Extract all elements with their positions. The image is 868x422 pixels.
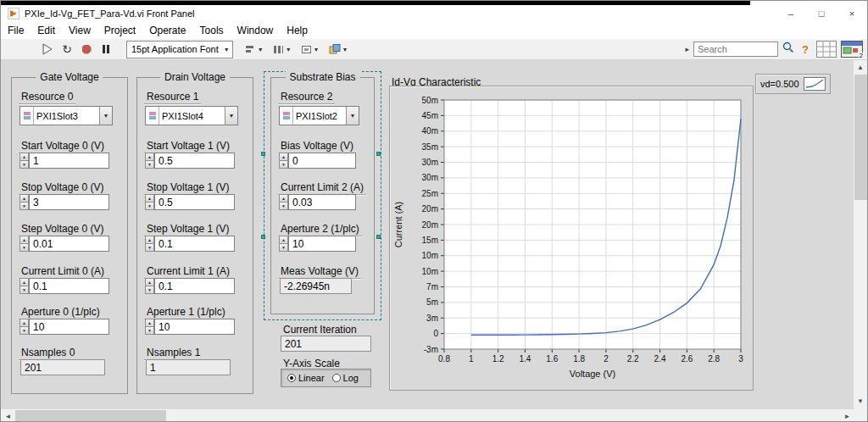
current-limit-1-a-control[interactable]: ▲▼0.1	[145, 278, 235, 294]
increment-button[interactable]: ▲	[19, 236, 29, 243]
font-selector[interactable]: 15pt Application Font ▼	[126, 41, 233, 58]
dropdown-button[interactable]: ▼	[225, 107, 237, 125]
connector-pane-icon[interactable]	[816, 41, 837, 58]
dropdown-button[interactable]: ▼	[99, 107, 112, 125]
menu-operate[interactable]: Operate	[142, 24, 192, 37]
close-button[interactable]: ×	[837, 5, 867, 22]
help-button[interactable]: ?	[798, 43, 812, 56]
numeric-value[interactable]: 10	[154, 319, 235, 335]
selection-handle[interactable]	[376, 235, 381, 239]
selection-handle[interactable]	[376, 152, 381, 156]
resource-1-combo[interactable]: PXI1Slot4▼	[145, 106, 238, 125]
increment-button[interactable]: ▲	[145, 153, 154, 160]
decrement-button[interactable]: ▼	[19, 326, 29, 335]
stop-voltage-0-v-control[interactable]: ▲▼3	[19, 194, 109, 210]
vertical-scroll-thumb[interactable]	[854, 75, 867, 200]
bias-voltage-v-control[interactable]: ▲▼0	[279, 153, 356, 169]
xy-graph[interactable]: -3m03m5m7m10m10m15m20m20m25m30m30m35m40m…	[389, 86, 754, 391]
spin-buttons[interactable]: ▲▼	[279, 194, 288, 210]
spin-buttons[interactable]: ▲▼	[145, 153, 154, 169]
spin-buttons[interactable]: ▲▼	[19, 194, 29, 210]
horizontal-scrollbar[interactable]: ◄ ►	[1, 408, 854, 422]
numeric-value[interactable]: 0.1	[154, 236, 235, 252]
radio-log[interactable]: Log	[332, 373, 359, 383]
selection-handle[interactable]	[261, 152, 265, 156]
vertical-scrollbar[interactable]: ▲ ▼	[853, 60, 867, 408]
numeric-value[interactable]: 10	[288, 236, 356, 252]
decrement-button[interactable]: ▼	[145, 160, 154, 169]
current-limit-2-a-control[interactable]: ▲▼0.03	[279, 194, 356, 210]
numeric-value[interactable]: 3	[29, 194, 109, 210]
stop-voltage-1-v-control[interactable]: ▲▼0.5	[145, 194, 235, 210]
resize-objects-dropdown[interactable]: ▼	[298, 40, 323, 58]
reorder-dropdown[interactable]: ▼	[326, 40, 352, 58]
aperture-2-1-plc-control[interactable]: ▲▼10	[279, 236, 356, 252]
increment-button[interactable]: ▲	[19, 194, 29, 202]
spin-buttons[interactable]: ▲▼	[19, 278, 29, 294]
scroll-right-arrow[interactable]: ►	[840, 409, 854, 422]
search-icon[interactable]	[782, 42, 794, 57]
resource-0-combo[interactable]: PXI1Slot3▼	[19, 106, 113, 125]
numeric-value[interactable]: 0.5	[154, 194, 235, 210]
numeric-value[interactable]: 0.1	[29, 278, 109, 294]
spin-buttons[interactable]: ▲▼	[279, 153, 288, 169]
aperture-0-1-plc-control[interactable]: ▲▼10	[19, 319, 109, 335]
start-voltage-0-v-control[interactable]: ▲▼1	[19, 153, 109, 169]
increment-button[interactable]: ▲	[145, 319, 154, 326]
spin-buttons[interactable]: ▲▼	[145, 278, 154, 294]
numeric-value[interactable]: 10	[29, 319, 109, 335]
numeric-value[interactable]: 1	[29, 153, 109, 169]
step-voltage-1-v-control[interactable]: ▲▼0.1	[145, 236, 235, 252]
plot-legend[interactable]: vd=0.500	[755, 74, 831, 94]
aperture-1-1-plc-control[interactable]: ▲▼10	[145, 319, 235, 335]
decrement-button[interactable]: ▼	[145, 243, 154, 252]
scroll-up-arrow[interactable]: ▲	[854, 60, 867, 75]
menu-tools[interactable]: Tools	[193, 24, 231, 37]
horizontal-scroll-thumb[interactable]	[15, 410, 166, 422]
radio-linear[interactable]: Linear	[287, 373, 325, 383]
dropdown-button[interactable]: ▼	[346, 107, 359, 125]
increment-button[interactable]: ▲	[279, 236, 288, 243]
menu-window[interactable]: Window	[231, 24, 281, 37]
run-continuously-button[interactable]: ↻	[58, 40, 76, 58]
scroll-left-arrow[interactable]: ◄	[1, 409, 15, 422]
decrement-button[interactable]: ▼	[279, 202, 288, 210]
spin-buttons[interactable]: ▲▼	[19, 153, 29, 169]
decrement-button[interactable]: ▼	[279, 243, 288, 252]
increment-button[interactable]: ▲	[145, 194, 154, 202]
decrement-button[interactable]: ▼	[145, 286, 154, 294]
selection-handle[interactable]	[261, 235, 265, 239]
spin-buttons[interactable]: ▲▼	[145, 236, 154, 252]
increment-button[interactable]: ▲	[19, 278, 29, 286]
increment-button[interactable]: ▲	[279, 194, 288, 202]
align-objects-dropdown[interactable]: ▼	[242, 40, 267, 58]
menu-file[interactable]: File	[1, 24, 31, 37]
spin-buttons[interactable]: ▲▼	[145, 319, 154, 335]
decrement-button[interactable]: ▼	[19, 286, 29, 294]
increment-button[interactable]: ▲	[19, 319, 29, 326]
numeric-value[interactable]: 0.1	[154, 278, 235, 294]
abort-button[interactable]	[77, 40, 96, 58]
resource-2-combo[interactable]: PXI1Slot2▼	[279, 106, 359, 125]
decrement-button[interactable]: ▼	[145, 202, 154, 210]
spin-buttons[interactable]: ▲▼	[19, 319, 29, 335]
search-input[interactable]	[693, 42, 778, 57]
scroll-down-arrow[interactable]: ▼	[854, 394, 867, 408]
numeric-value[interactable]: 0.03	[288, 194, 356, 210]
decrement-button[interactable]: ▼	[279, 160, 288, 169]
increment-button[interactable]: ▲	[19, 153, 29, 160]
decrement-button[interactable]: ▼	[19, 160, 29, 169]
menu-project[interactable]: Project	[97, 24, 142, 37]
decrement-button[interactable]: ▼	[145, 326, 154, 335]
decrement-button[interactable]: ▼	[19, 202, 29, 210]
maximize-button[interactable]: □	[806, 5, 837, 22]
expand-arrow-icon[interactable]: ▸	[685, 45, 689, 53]
vi-icon[interactable]: 2	[841, 41, 863, 58]
menu-edit[interactable]: Edit	[31, 24, 62, 37]
start-voltage-1-v-control[interactable]: ▲▼0.5	[145, 153, 235, 169]
menu-view[interactable]: View	[62, 24, 97, 37]
step-voltage-0-v-control[interactable]: ▲▼0.01	[19, 236, 109, 252]
run-button[interactable]	[38, 40, 57, 58]
decrement-button[interactable]: ▼	[19, 243, 29, 252]
spin-buttons[interactable]: ▲▼	[145, 194, 154, 210]
